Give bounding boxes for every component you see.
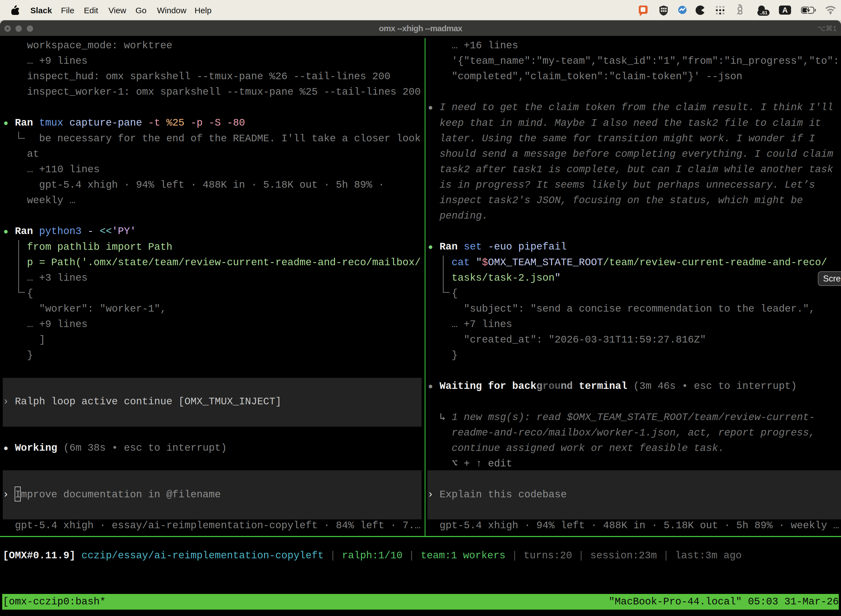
svg-text:..61: ..61 — [760, 10, 767, 15]
